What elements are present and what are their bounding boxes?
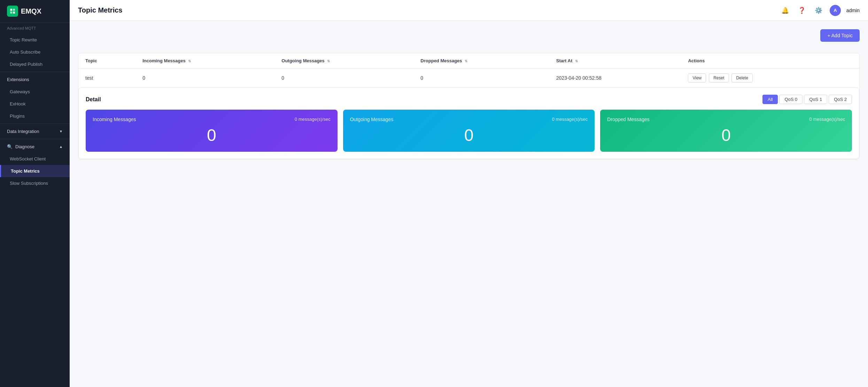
qos-tab-qos2[interactable]: QoS 2 (829, 95, 852, 104)
admin-name: admin (846, 8, 860, 13)
sidebar-divider-1 (0, 72, 70, 72)
page-title: Topic Metrics (78, 6, 122, 14)
sidebar-item-label: Topic Metrics (11, 168, 40, 174)
sidebar-item-label: Gateways (10, 89, 30, 94)
qos-tab-group: All QoS 0 QoS 1 QoS 2 (762, 95, 852, 104)
sidebar-item-delayed-publish[interactable]: Delayed Publish (0, 58, 70, 70)
logo-text: EMQX (21, 7, 41, 15)
col-start-at[interactable]: Start At ⇅ (549, 53, 681, 69)
metric-card-incoming-label: Incoming Messages (93, 117, 136, 122)
avatar[interactable]: A (830, 5, 841, 16)
table-header-row: Topic Incoming Messages ⇅ Outgoing Messa… (78, 53, 859, 69)
content-area: + Add Topic Topic Incoming Messages ⇅ (70, 21, 868, 387)
sidebar-item-label: WebSocket Client (10, 156, 46, 161)
metric-card-outgoing-label: Outgoing Messages (350, 117, 394, 122)
sidebar: EMQX Advanced MQTT Topic Rewrite Auto Su… (0, 0, 70, 387)
sidebar-item-websocket-client[interactable]: WebSocket Client (0, 153, 70, 165)
logo[interactable]: EMQX (0, 0, 70, 23)
sidebar-item-advanced-mqtt[interactable]: Advanced MQTT (0, 23, 70, 34)
sidebar-item-topic-metrics[interactable]: Topic Metrics (0, 165, 70, 177)
sidebar-section-data-integration[interactable]: Data Integration ▼ (0, 125, 70, 137)
svg-rect-3 (13, 11, 15, 14)
col-topic: Topic (78, 53, 135, 69)
svg-rect-2 (10, 11, 12, 14)
metric-card-incoming-value: 0 (93, 126, 331, 145)
sidebar-item-topic-rewrite[interactable]: Topic Rewrite (0, 34, 70, 46)
qos-tab-all[interactable]: All (762, 95, 778, 104)
col-actions: Actions (681, 53, 859, 69)
topics-table-card: Topic Incoming Messages ⇅ Outgoing Messa… (78, 53, 860, 159)
sidebar-item-label: Advanced MQTT (7, 26, 36, 30)
metric-card-incoming: Incoming Messages 0 message(s)/sec 0 (86, 110, 338, 152)
header-actions: 🔔 ❓ ⚙️ A admin (780, 5, 860, 16)
topics-table: Topic Incoming Messages ⇅ Outgoing Messa… (78, 53, 859, 87)
sidebar-item-label: Slow Subscriptions (10, 181, 48, 186)
sidebar-item-label: Diagnose (15, 144, 34, 149)
cell-dropped: 0 (413, 69, 549, 88)
metric-card-outgoing-value: 0 (350, 126, 588, 145)
cell-outgoing: 0 (274, 69, 413, 88)
sidebar-item-label: ExHook (10, 101, 26, 106)
delete-button[interactable]: Delete (731, 73, 753, 82)
detail-header: Detail All QoS 0 QoS 1 QoS 2 (86, 95, 852, 104)
sidebar-divider-2 (0, 124, 70, 124)
add-topic-button[interactable]: + Add Topic (820, 29, 860, 42)
chevron-down-icon: ▼ (59, 129, 63, 133)
metric-card-outgoing: Outgoing Messages 0 message(s)/sec 0 (343, 110, 595, 152)
sidebar-item-label: Extensions (7, 77, 29, 82)
metric-card-outgoing-rate: 0 message(s)/sec (552, 117, 588, 122)
content-topbar: + Add Topic (78, 29, 860, 47)
col-incoming[interactable]: Incoming Messages ⇅ (135, 53, 274, 69)
sidebar-section-extensions[interactable]: Extensions (0, 73, 70, 86)
qos-tab-qos0[interactable]: QoS 0 (779, 95, 803, 104)
metric-card-dropped-value: 0 (607, 126, 845, 145)
metric-card-outgoing-header: Outgoing Messages 0 message(s)/sec (350, 117, 588, 122)
metric-card-dropped-label: Dropped Messages (607, 117, 649, 122)
chevron-up-icon: ▲ (59, 145, 63, 149)
sidebar-item-label: Auto Subscribe (10, 49, 40, 55)
notification-icon[interactable]: 🔔 (780, 5, 791, 16)
cell-topic: test (78, 69, 135, 88)
sort-icon-dropped: ⇅ (465, 59, 467, 63)
sidebar-item-label: Topic Rewrite (10, 37, 37, 42)
qos-tab-qos1[interactable]: QoS 1 (804, 95, 827, 104)
sort-icon-outgoing: ⇅ (327, 59, 330, 63)
metric-card-dropped-header: Dropped Messages 0 message(s)/sec (607, 117, 845, 122)
avatar-letter: A (834, 8, 837, 13)
settings-icon[interactable]: ⚙️ (813, 5, 824, 16)
sidebar-item-exhook[interactable]: ExHook (0, 98, 70, 110)
metric-card-dropped-rate: 0 message(s)/sec (809, 117, 845, 122)
sidebar-item-label: Delayed Publish (10, 62, 42, 67)
reset-button[interactable]: Reset (709, 73, 729, 82)
main-content: Topic Metrics 🔔 ❓ ⚙️ A admin + Add Topic… (70, 0, 868, 387)
metric-card-incoming-header: Incoming Messages 0 message(s)/sec (93, 117, 331, 122)
detail-section: Detail All QoS 0 QoS 1 QoS 2 Incoming Me… (78, 87, 859, 159)
logo-icon (7, 6, 18, 17)
detail-title: Detail (86, 96, 101, 103)
metric-card-dropped: Dropped Messages 0 message(s)/sec 0 (600, 110, 852, 152)
page-header: Topic Metrics 🔔 ❓ ⚙️ A admin (70, 0, 868, 21)
sidebar-item-slow-subscriptions[interactable]: Slow Subscriptions (0, 177, 70, 189)
sidebar-item-label: Data Integration (7, 129, 39, 134)
diagnose-icon: 🔍 (7, 144, 13, 149)
sort-icon-incoming: ⇅ (188, 59, 191, 63)
sidebar-item-label: Plugins (10, 113, 25, 119)
sidebar-section-diagnose[interactable]: 🔍 Diagnose ▲ (0, 141, 70, 153)
sidebar-item-auto-subscribe[interactable]: Auto Subscribe (0, 46, 70, 58)
col-outgoing[interactable]: Outgoing Messages ⇅ (274, 53, 413, 69)
sort-icon-start-at: ⇅ (575, 59, 578, 63)
sidebar-item-gateways[interactable]: Gateways (0, 86, 70, 98)
svg-rect-0 (10, 9, 12, 11)
help-icon[interactable]: ❓ (796, 5, 807, 16)
sidebar-item-plugins[interactable]: Plugins (0, 110, 70, 122)
cell-actions: View Reset Delete (681, 69, 859, 88)
col-dropped[interactable]: Dropped Messages ⇅ (413, 53, 549, 69)
cell-incoming: 0 (135, 69, 274, 88)
metric-cards: Incoming Messages 0 message(s)/sec 0 Out… (86, 110, 852, 152)
cell-start-at: 2023-04-20 00:52:58 (549, 69, 681, 88)
metric-card-incoming-rate: 0 message(s)/sec (295, 117, 331, 122)
view-button[interactable]: View (688, 73, 706, 82)
table-row: test 0 0 0 2023-04-20 00:52:58 View Rese… (78, 69, 859, 88)
svg-rect-1 (13, 9, 15, 11)
sidebar-divider-3 (0, 139, 70, 139)
